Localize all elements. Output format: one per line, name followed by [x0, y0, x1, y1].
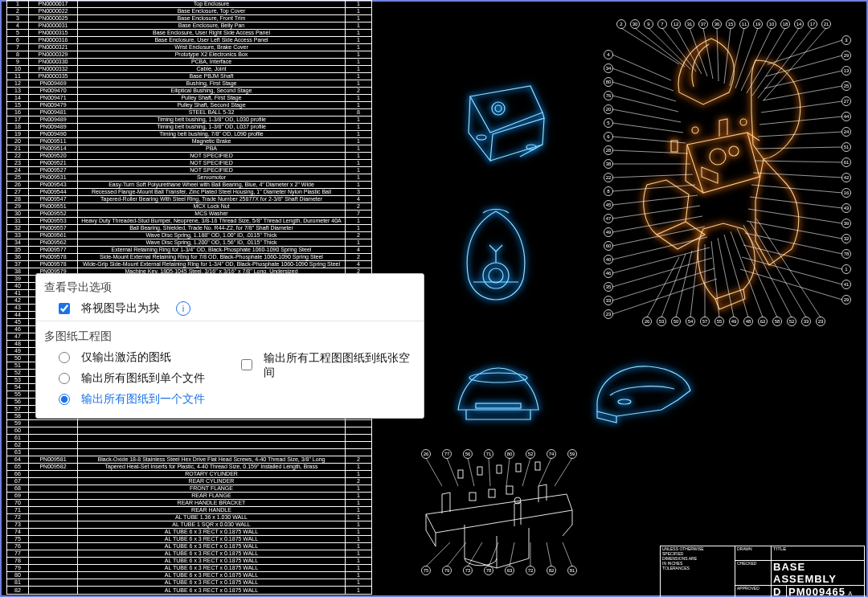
table-row: 60: [7, 427, 372, 435]
radio-all-single[interactable]: [59, 373, 70, 384]
part-number: PM009465: [788, 586, 845, 597]
table-row: 35PN009577External Retaining Ring for 1-…: [7, 247, 372, 254]
radio-active-only[interactable]: [59, 352, 70, 363]
table-row: 1PN0000017Top Enclosure1: [7, 1, 372, 8]
divider: [36, 321, 424, 321]
radio-all-one-label: 输出所有图纸到一个文件: [81, 392, 205, 407]
table-row: 78AL TUBE 6 x 3 RECT x 0.1875 WALL1: [7, 558, 372, 565]
table-row: 17PN009489Timing belt bushing, 1-3/8" OD…: [7, 117, 372, 124]
table-row: 64PN009581Black-Oxide 18-8 Stainless Ste…: [7, 456, 372, 464]
table-row: 19PN009490Timing belt bushing, 7/8" OD, …: [7, 131, 372, 138]
table-row: 26PN009543Easy-Turn Soft Polyurethane Wh…: [7, 182, 372, 189]
export-as-block-checkbox[interactable]: [59, 303, 70, 314]
table-row: 31PN009553Heavy Duty Threaded-Stud Bumpe…: [7, 218, 372, 225]
table-row: 23PN009521NOT SPECIFIED1: [7, 160, 372, 167]
table-row: 81AL TUBE 6 x 3 RECT x 0.1875 WALL1: [7, 579, 372, 587]
table-row: 2PN0000022Base Enclosure, Top Cover1: [7, 8, 372, 15]
table-row: 9PN0000330PCBA, Interface1: [7, 59, 372, 66]
checkbox-all-to-paper-label: 输出所有工程图图纸到纸张空间: [264, 350, 416, 379]
table-row: 70REAR HANDLE BRACKET1: [7, 500, 372, 507]
table-row: 79AL TUBE 6 x 3 RECT x 0.1875 WALL1: [7, 565, 372, 572]
title-block: UNLESS OTHERWISESPECIFIEDDIMENSIONS AREI…: [660, 546, 865, 594]
section-multisheet: 多图纸工程图: [36, 323, 424, 347]
table-row: 15PN009479Pulley Shaft, Second Stage1: [7, 102, 372, 109]
sheet-size: D: [772, 586, 787, 598]
table-row: 62: [7, 442, 372, 449]
table-row: 16PN009481STEEL BALL 5-328: [7, 109, 372, 117]
table-row: 10PN0000332Cable, Joint1: [7, 66, 372, 73]
table-row: 36PN009578Side-Mount External Retaining …: [7, 254, 372, 261]
table-row: 61: [7, 435, 372, 442]
table-row: 72AL TUBE 1.36 x 1.030 WALL1: [7, 514, 372, 521]
table-row: 4PN0000031Base Enclosure, Belly Pan1: [7, 22, 372, 30]
table-row: 71REAR HANDLE1: [7, 507, 372, 514]
radio-all-one[interactable]: [59, 394, 70, 405]
table-row: 74AL TUBE 6 x 3 RECT x 0.1875 WALL1: [7, 529, 372, 536]
table-row: 77AL TUBE 6 x 3 RECT x 0.1875 WALL1: [7, 550, 372, 558]
radio-active-only-label: 仅输出激活的图纸: [81, 350, 171, 365]
table-row: 66ROTARY CYLINDER1: [7, 471, 372, 478]
table-row: 75AL TUBE 6 x 3 RECT x 0.1875 WALL1: [7, 536, 372, 543]
table-row: 27PN009544Recessed Flange-Mount Ball Tra…: [7, 189, 372, 196]
revision: A: [848, 591, 852, 596]
table-row: 18PN009489Timing belt bushing, 1-3/8" OD…: [7, 124, 372, 131]
table-row: 67REAR CYLINDER2: [7, 478, 372, 485]
export-options-dialog: 查看导出选项 将视图导出为块 i 多图纸工程图 仅输出激活的图纸 输出所有图纸到…: [35, 273, 424, 419]
table-row: 59: [7, 420, 372, 427]
table-row: 24PN009527NOT SPECIFIED1: [7, 167, 372, 174]
table-row: 14PN009471Pulley Shaft, First Stage1: [7, 95, 372, 102]
table-row: 63: [7, 449, 372, 456]
table-row: 6PN0000316Base Enclosure, User Left Side…: [7, 37, 372, 44]
table-row: 34PN009562Wave Disc Spring, 1.200" OD, 1…: [7, 239, 372, 247]
table-row: 30PN009552MCS Washer7: [7, 211, 372, 218]
table-row: 20PN009511Magnetic Brake1: [7, 138, 372, 145]
table-row: 82AL TUBE 6 x 3 RECT x 0.1875 WALL1: [7, 587, 372, 595]
radio-all-single-label: 输出所有图纸到单个文件: [81, 371, 205, 386]
table-row: 33PN009561Wave Disc Spring, 1.188" OD, 1…: [7, 232, 372, 239]
export-as-block-label: 将视图导出为块: [81, 301, 160, 316]
table-row: 11PN0000335Base PBJM Shaft1: [7, 73, 372, 80]
table-row: 80AL TUBE 6 x 3 RECT x 0.1875 WALL1: [7, 572, 372, 579]
table-row: 28PN009547Tapered-Roller Bearing With St…: [7, 196, 372, 203]
table-row: 22PN009520NOT SPECIFIED1: [7, 153, 372, 160]
table-row: 25PN009531Servomotor1: [7, 174, 372, 182]
table-row: 3PN0000025Base Enclosure, Front Trim1: [7, 15, 372, 22]
table-row: 29PN009551MCX Lock Nut2: [7, 203, 372, 211]
table-row: 32PN009557Ball Bearing, Shielded, Trade …: [7, 225, 372, 232]
checkbox-all-to-paper[interactable]: [241, 359, 252, 370]
table-row: 5PN0000315Base Enclosure, User Right Sid…: [7, 30, 372, 37]
table-row: 8PN0000329Prototype X2 Electronics Box1: [7, 51, 372, 59]
table-row: 69REAR FLANGE1: [7, 493, 372, 500]
table-row: 7PN0000321Wrist Enclosure, Brake Cover1: [7, 44, 372, 51]
table-row: 21PN009514PBA1: [7, 145, 372, 153]
table-row: 65PN009582Tapered Heat-Set Inserts for P…: [7, 464, 372, 471]
table-row: 73AL TUBE 1 SQR x 0.030 WALL1: [7, 521, 372, 529]
drawing-title: BASE ASSEMBLY: [772, 561, 865, 586]
table-row: 68FRONT FLANGE1: [7, 485, 372, 493]
table-row: 13PN009470Elliptical Bushing, Second Sta…: [7, 88, 372, 95]
table-row: 37PN009578Wide-Grip Side-Mount External …: [7, 261, 372, 268]
info-icon[interactable]: i: [176, 301, 190, 316]
title-label: TITLE: [772, 546, 865, 561]
section-view-export: 查看导出选项: [36, 274, 424, 298]
table-row: 12PN009469Bushing, First Stage1: [7, 80, 372, 88]
table-row: 76AL TUBE 6 x 3 RECT x 0.1875 WALL1: [7, 543, 372, 550]
